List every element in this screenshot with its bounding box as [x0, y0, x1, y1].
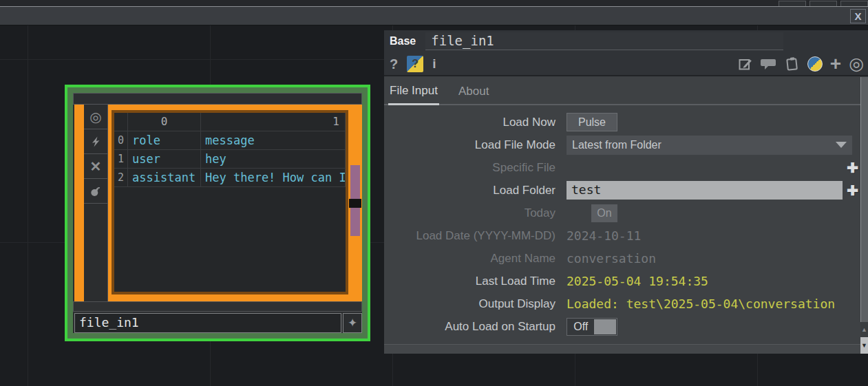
dat-table: 0 1 0 role message 1 user hey 2 assistan…	[114, 113, 346, 187]
param-label: Load Now	[384, 116, 561, 129]
tab-about[interactable]: About	[457, 85, 490, 105]
parameter-dialog: Base file_in1 ? ? i	[384, 30, 868, 354]
param-label: Auto Load on Startup	[384, 320, 561, 334]
bypass-flag-button[interactable]: ✕	[84, 154, 107, 179]
load-file-mode-dropdown[interactable]: Latest from Folder	[567, 136, 852, 155]
table-cell: Hey there! How can I	[201, 169, 346, 187]
chevron-down-icon	[836, 142, 847, 148]
param-value: Latest from Folder	[567, 133, 868, 156]
table-row-index: 1	[114, 150, 128, 169]
node-add-button[interactable]: ✦	[343, 313, 362, 333]
node-bottom-strip	[73, 301, 362, 312]
dialog-toolbar: ? ? i	[384, 52, 868, 75]
lock-flag-button[interactable]	[84, 179, 107, 204]
add-parameter-icon[interactable]: +	[830, 54, 841, 74]
operator-family-label: Base	[390, 35, 416, 47]
dat-viewer[interactable]: 0 1 0 role message 1 user hey 2 assistan…	[112, 110, 348, 294]
grid-line	[28, 25, 28, 386]
table-col-header: 0	[128, 113, 201, 131]
param-row-today: Today On	[384, 202, 868, 224]
param-value: Loaded: test\2025-05-04\conversation	[567, 292, 868, 315]
param-value: test ✚	[567, 179, 868, 202]
table-cell: assistant	[128, 169, 201, 187]
param-row-auto-load: Auto Load on Startup Off	[384, 315, 868, 338]
dialog-header: Base file_in1 ? ? i	[384, 30, 868, 76]
sparkle-plus-icon: ✦	[348, 316, 357, 330]
param-label: Agent Name	[384, 252, 561, 266]
edit-expression-icon[interactable]	[738, 56, 753, 72]
load-folder-field[interactable]: test	[567, 181, 843, 200]
scroll-down-arrow-icon[interactable]: ▼	[860, 337, 868, 354]
operator-name-field[interactable]: file_in1	[425, 32, 783, 50]
node-content: ◎ ✕	[73, 93, 362, 333]
menu-bar: X	[0, 6, 868, 25]
param-value: ✚	[567, 156, 868, 179]
window-tab[interactable]	[840, 1, 868, 6]
param-row-last-load-time: Last Load Time 2025-05-04 19:54:35	[384, 270, 868, 292]
cook-flag-button[interactable]	[84, 129, 107, 154]
pulse-button[interactable]: Pulse	[567, 113, 617, 131]
file-browse-icon[interactable]: ✚	[847, 184, 858, 197]
param-value: 2025-05-04 19:54:35	[567, 270, 868, 292]
scroll-up-arrow-icon[interactable]: ▲	[860, 322, 868, 337]
switch-knob[interactable]	[594, 319, 616, 334]
param-label: Load File Mode	[384, 138, 561, 152]
output-display-value[interactable]: Loaded: test\2025-05-04\conversation	[567, 297, 835, 311]
param-row-output-display: Output Display Loaded: test\2025-05-04\c…	[384, 292, 868, 315]
param-row-load-folder: Load Folder test ✚	[384, 179, 868, 202]
dialog-title-bar: Base file_in1	[384, 30, 868, 52]
param-label: Load Date (YYYY-MM-DD)	[384, 229, 561, 243]
agent-name-value[interactable]: conversation	[567, 251, 656, 266]
scrollbar-gap	[349, 199, 361, 208]
window-tab[interactable]	[779, 1, 806, 6]
comment-icon[interactable]	[761, 57, 777, 71]
table-row-index: 2	[114, 169, 128, 187]
window-top-strip	[0, 0, 868, 6]
param-value: Off	[567, 315, 868, 338]
help-icon[interactable]: ?	[390, 57, 398, 71]
copy-parameters-icon[interactable]	[785, 56, 800, 72]
load-date-value[interactable]: 2024-10-11	[567, 228, 641, 243]
node-name-field[interactable]: file_in1	[74, 313, 341, 333]
today-toggle-button[interactable]: On	[591, 204, 617, 222]
node-file-in1[interactable]: ◎ ✕	[65, 85, 370, 341]
viewer-flag-icon: ◎	[89, 110, 101, 124]
param-label: Load Folder	[384, 184, 561, 197]
tab-file-input[interactable]: File Input	[388, 84, 439, 105]
param-label: Output Display	[384, 297, 561, 311]
file-browse-icon[interactable]: ✚	[847, 161, 858, 175]
parameter-list: Load Now Pulse Load File Mode Latest fro…	[384, 111, 868, 338]
table-corner-cell	[114, 113, 128, 131]
python-icon[interactable]	[807, 56, 823, 72]
toolbar-right-group: + ◎	[738, 54, 864, 74]
info-icon[interactable]: i	[432, 57, 436, 70]
node-title-bar[interactable]	[73, 93, 362, 105]
param-row-load-date: Load Date (YYYY-MM-DD) 2024-10-11	[384, 224, 868, 247]
target-icon[interactable]: ◎	[849, 55, 864, 72]
lock-flag-icon	[89, 184, 103, 198]
table-col-header: 1	[201, 113, 346, 131]
last-load-time-value[interactable]: 2025-05-04 19:54:35	[567, 274, 708, 288]
bypass-flag-icon: ✕	[90, 160, 102, 173]
dialog-scrollbar[interactable]: ▲ ▼	[860, 77, 868, 354]
scrollbar-thumb[interactable]	[860, 77, 868, 322]
viewer-scrollbar-thumb[interactable]	[350, 165, 360, 199]
viewer-scrollbar-thumb[interactable]	[350, 208, 360, 236]
close-button[interactable]: X	[850, 9, 866, 23]
param-value: On	[567, 202, 868, 224]
lightning-icon	[89, 135, 103, 149]
param-value: 2024-10-11	[567, 224, 868, 247]
node-body: ◎ ✕	[73, 105, 362, 301]
dat-viewer-frame: 0 1 0 role message 1 user hey 2 assistan…	[108, 105, 362, 301]
table-row-index: 0	[114, 131, 128, 150]
node-flag-column: ◎ ✕	[84, 105, 108, 301]
auto-load-switch[interactable]: Off	[567, 318, 617, 336]
switch-state-label: Off	[567, 321, 594, 333]
window-tab-group	[779, 1, 868, 6]
viewer-flag-button[interactable]: ◎	[84, 105, 107, 129]
touchdesigner-window: X ◎	[0, 0, 868, 386]
python-help-icon[interactable]: ?	[407, 56, 423, 72]
table-cell: hey	[201, 150, 346, 169]
window-tab[interactable]	[809, 1, 837, 6]
param-label: Last Load Time	[384, 275, 561, 288]
